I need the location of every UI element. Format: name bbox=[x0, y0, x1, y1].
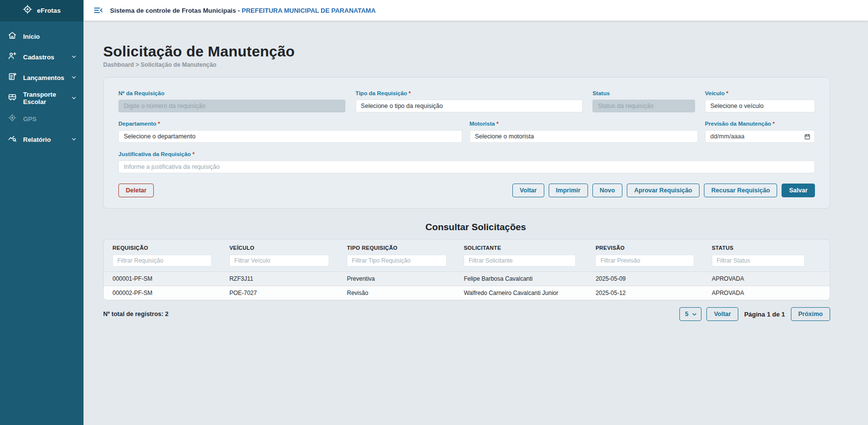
sidebar-item-relatorio[interactable]: Relatório bbox=[0, 129, 84, 150]
tipo-requisicao-label: Tipo da Requisição* bbox=[356, 90, 583, 96]
page-title: Solicitação de Manutenção bbox=[103, 43, 830, 60]
motorista-select[interactable]: Selecione o motorista bbox=[470, 130, 698, 143]
sidebar-item-label: Início bbox=[23, 33, 77, 40]
requests-table: REQUISIÇÃO VEÍCULO TIPO REQUISIÇÃO SOLIC… bbox=[103, 239, 830, 300]
status-label: Status bbox=[592, 90, 695, 96]
sidebar-item-transporte-escolar[interactable]: Transporte Escolar bbox=[0, 88, 84, 108]
column-header-status: STATUS bbox=[712, 245, 821, 251]
column-header-requisicao: REQUISIÇÃO bbox=[112, 245, 229, 251]
system-title: Sistema de controle de Frotas Municipais… bbox=[110, 7, 376, 14]
sidebar-item-label: Lançamentos bbox=[23, 74, 65, 81]
topbar: Sistema de controle de Frotas Municipais… bbox=[84, 0, 868, 21]
main-content: Solicitação de Manutenção Dashboard > So… bbox=[84, 0, 868, 321]
sidebar-item-cadastros[interactable]: Cadastros bbox=[0, 47, 84, 67]
novo-button[interactable]: Novo bbox=[592, 184, 622, 197]
total-records-label: Nº total de registros: 2 bbox=[103, 311, 168, 318]
cell-previsao: 2025-05-12 bbox=[595, 290, 711, 296]
cell-requisicao: 000002-PF-SM bbox=[112, 290, 229, 296]
bus-icon bbox=[8, 93, 17, 104]
filter-solicitante-input[interactable] bbox=[464, 255, 576, 266]
cell-status: APROVADA bbox=[712, 290, 821, 296]
sidebar-item-inicio[interactable]: Início bbox=[0, 26, 84, 47]
salvar-button[interactable]: Salvar bbox=[782, 184, 815, 197]
breadcrumb: Dashboard > Solicitação de Manutenção bbox=[103, 61, 830, 68]
maintenance-request-form: Nº da Requisição Tipo da Requisição* Sel… bbox=[103, 77, 830, 209]
deletar-button[interactable]: Deletar bbox=[118, 184, 154, 197]
table-header-row: REQUISIÇÃO VEÍCULO TIPO REQUISIÇÃO SOLIC… bbox=[104, 239, 830, 271]
sidebar-item-gps: GPS bbox=[0, 108, 84, 129]
cell-solicitante: Walfredo Carneiro Cavalcanti Junior bbox=[464, 290, 595, 296]
veiculo-select[interactable]: Selecione o veículo bbox=[705, 100, 815, 112]
cell-status: APROVADA bbox=[712, 275, 821, 282]
voltar-button[interactable]: Voltar bbox=[512, 184, 544, 197]
column-header-tipo-requisicao: TIPO REQUISIÇÃO bbox=[347, 245, 464, 251]
chevron-down-icon bbox=[71, 94, 77, 103]
imprimir-button[interactable]: Imprimir bbox=[549, 184, 588, 197]
filter-requisicao-input[interactable] bbox=[112, 255, 212, 266]
entity-name: PREFEITURA MUNICIPAL DE PARANATAMA bbox=[242, 7, 376, 14]
pagination-voltar-button[interactable]: Voltar bbox=[706, 307, 738, 321]
departamento-select[interactable]: Selecione o departamento bbox=[118, 130, 462, 143]
sidebar-item-label: Transporte Escolar bbox=[23, 91, 65, 106]
pagination-proximo-button[interactable]: Próximo bbox=[791, 307, 830, 321]
column-header-veiculo: VEÍCULO bbox=[229, 245, 347, 251]
filter-tipo-requisicao-input[interactable] bbox=[347, 255, 446, 266]
chevron-down-icon bbox=[692, 312, 697, 317]
table-footer: Nº total de registros: 2 5 Voltar Página… bbox=[103, 307, 830, 321]
consult-section-title: Consultar Solicitações bbox=[84, 222, 868, 233]
tipo-requisicao-select[interactable]: Selecione o tipo da requisição bbox=[356, 100, 583, 112]
chevron-down-icon bbox=[71, 53, 77, 61]
column-header-previsao: PREVISÃO bbox=[595, 245, 711, 251]
page-size-select[interactable]: 5 bbox=[679, 307, 701, 321]
brand: eFrotas bbox=[0, 0, 84, 21]
home-icon bbox=[8, 31, 17, 42]
sidebar-item-label: GPS bbox=[23, 115, 77, 123]
cell-veiculo: RZF3J11 bbox=[229, 275, 347, 282]
pagination: 5 Voltar Página 1 de 1 Próximo bbox=[679, 307, 830, 321]
page-info: Página 1 de 1 bbox=[743, 311, 786, 318]
report-chart-icon bbox=[8, 134, 17, 145]
previsao-date-input[interactable]: dd/mm/aaaa bbox=[705, 130, 815, 143]
sidebar-item-label: Cadastros bbox=[23, 53, 65, 61]
justificativa-input[interactable] bbox=[118, 160, 815, 173]
table-row[interactable]: 000001-PF-SM RZF3J11 Preventiva Felipe B… bbox=[104, 271, 830, 286]
requisicao-label: Nº da Requisição bbox=[118, 90, 345, 96]
cell-previsao: 2025-05-09 bbox=[595, 275, 711, 282]
aprovar-requisicao-button[interactable]: Aprovar Requisição bbox=[627, 184, 700, 197]
recusar-requisicao-button[interactable]: Recusar Requisição bbox=[704, 184, 778, 197]
document-add-icon bbox=[8, 72, 17, 83]
justificativa-label: Justificativa da Requisição* bbox=[118, 151, 815, 157]
sidebar-item-label: Relatório bbox=[23, 136, 65, 143]
column-header-solicitante: SOLICITANTE bbox=[464, 245, 595, 251]
veiculo-label: Veículo* bbox=[705, 90, 815, 96]
sidebar-collapse-icon[interactable] bbox=[93, 5, 103, 15]
filter-status-input[interactable] bbox=[712, 255, 805, 266]
cell-requisicao: 000001-PF-SM bbox=[112, 275, 229, 282]
table-row[interactable]: 000002-PF-SM POE-7027 Revisão Walfredo C… bbox=[104, 286, 830, 300]
requisicao-input bbox=[118, 100, 345, 112]
cell-tipo-requisicao: Preventiva bbox=[347, 275, 464, 282]
gps-target-icon bbox=[8, 113, 17, 124]
sidebar-item-lancamentos[interactable]: Lançamentos bbox=[0, 67, 84, 88]
motorista-label: Motorista* bbox=[470, 121, 698, 127]
previsao-label: Previsão da Manutenção* bbox=[705, 121, 815, 127]
form-actions: Deletar Voltar Imprimir Novo Aprovar Req… bbox=[118, 184, 815, 197]
filter-previsao-input[interactable] bbox=[595, 255, 694, 266]
efrotas-logo-icon bbox=[23, 4, 32, 16]
departamento-label: Departamento* bbox=[118, 121, 462, 127]
status-input bbox=[592, 100, 695, 112]
sidebar: eFrotas Início Cadastros bbox=[0, 0, 84, 425]
brand-name: eFrotas bbox=[37, 7, 60, 14]
cell-tipo-requisicao: Revisão bbox=[347, 290, 464, 296]
person-add-icon bbox=[8, 52, 17, 62]
filter-veiculo-input[interactable] bbox=[229, 255, 329, 266]
calendar-icon[interactable] bbox=[804, 133, 811, 140]
chevron-down-icon bbox=[71, 73, 77, 82]
chevron-down-icon bbox=[71, 135, 77, 144]
cell-veiculo: POE-7027 bbox=[229, 290, 347, 296]
sidebar-nav: Início Cadastros Lançament bbox=[0, 21, 84, 150]
cell-solicitante: Felipe Barbosa Cavalcanti bbox=[464, 275, 595, 282]
